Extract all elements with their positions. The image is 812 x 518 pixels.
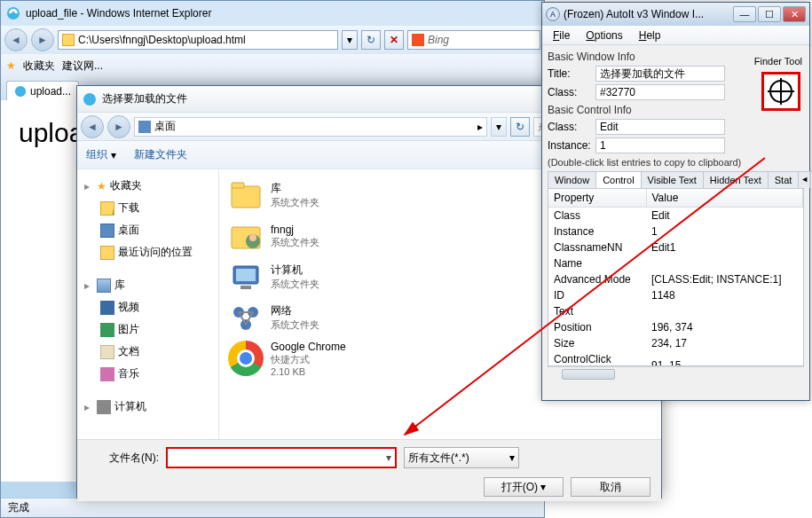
h-scrollbar[interactable] (548, 366, 804, 381)
instance-label: Instance: (548, 139, 595, 152)
file-name: Google Chrome (271, 341, 346, 353)
autoit-window: A (Frozen) AutoIt v3 Window I... — ☐ ✕ F… (541, 2, 810, 401)
tree-music[interactable]: 音乐 (79, 363, 217, 385)
svg-point-2 (83, 93, 96, 106)
autoit-icon: A (546, 7, 560, 21)
svg-point-7 (249, 234, 256, 241)
autoit-body: Basic Window Info Title:选择要加载的文件 Class:#… (542, 45, 809, 386)
title-value[interactable]: 选择要加载的文件 (595, 66, 725, 82)
crosshair-icon (769, 80, 792, 103)
file-sub: 快捷方式 (271, 353, 346, 366)
menu-file[interactable]: File (546, 27, 577, 43)
header-property[interactable]: Property (548, 189, 646, 208)
filename-label: 文件名(N): (88, 451, 159, 466)
class-value[interactable]: #32770 (595, 84, 725, 100)
group-basic-control: Basic Control Info (548, 104, 725, 116)
prop-row[interactable]: ID1148 (548, 287, 803, 303)
ie-navbar: ◄ ► C:\Users\fnngj\Desktop\upload.html ▾… (1, 26, 544, 54)
close-button[interactable]: ✕ (783, 6, 806, 22)
cancel-button[interactable]: 取消 (571, 477, 650, 497)
file-sub: 系统文件夹 (271, 236, 319, 249)
organize-menu[interactable]: 组织 (86, 147, 107, 162)
file-filter[interactable]: 所有文件(*.*)▾ (404, 447, 519, 468)
search-placeholder: Bing (428, 34, 449, 46)
computer-icon (228, 259, 264, 294)
tab-scroll-left[interactable]: ◄ (798, 171, 810, 188)
loc-dropdown[interactable]: ▾ (491, 117, 507, 137)
dialog-title: 选择要加载的文件 (102, 91, 187, 106)
property-list: PropertyValue ClassEdit Instance1 Classn… (548, 189, 804, 366)
tab-control[interactable]: Control (595, 171, 641, 188)
prop-row[interactable]: Position196, 374 (548, 319, 803, 335)
folder-icon (62, 34, 75, 46)
fav-link[interactable]: 建议网... (62, 59, 103, 74)
ie-titlebar: upload_file - Windows Internet Explorer (1, 1, 544, 26)
favorites-label[interactable]: 收藏夹 (23, 59, 55, 74)
tree-recent[interactable]: 最近访问的位置 (79, 241, 217, 263)
menu-bar: File Options Help (542, 26, 809, 45)
location-bar[interactable]: 桌面 ▸ (134, 117, 487, 137)
file-sub: 系统文件夹 (271, 318, 319, 332)
svg-rect-9 (236, 269, 256, 281)
filename-input[interactable]: ▾ (166, 447, 397, 468)
ie-icon (6, 6, 20, 20)
tree-favorites[interactable]: ▸★收藏夹 (79, 175, 217, 197)
tree-documents[interactable]: 文档 (79, 341, 217, 363)
tree-computer[interactable]: ▸计算机 (79, 396, 217, 418)
prop-row[interactable]: Name (548, 255, 803, 271)
clipboard-hint: (Double-click list entries to copy to cl… (548, 157, 804, 168)
prop-row[interactable]: Instance1 (548, 224, 803, 239)
new-folder-button[interactable]: 新建文件夹 (134, 147, 187, 162)
svg-rect-3 (232, 186, 260, 208)
tab-strip: Window Control Visible Text Hidden Text … (548, 171, 804, 189)
tree-desktop[interactable]: 桌面 (79, 219, 217, 241)
ctrl-class-label: Class: (548, 121, 595, 133)
refresh-button[interactable]: ↻ (361, 30, 381, 50)
finder-tool[interactable] (761, 72, 800, 111)
tab-window[interactable]: Window (548, 171, 596, 188)
ctrl-class-value[interactable]: Edit (595, 119, 725, 135)
dlg-forward-button[interactable]: ► (107, 115, 130, 138)
open-button[interactable]: 打开(O) ▾ (484, 477, 564, 497)
tree-pictures[interactable]: 图片 (79, 318, 217, 341)
prop-row[interactable]: Advanced Mode[CLASS:Edit; INSTANCE:1] (548, 271, 803, 287)
desktop-icon (138, 121, 151, 133)
prop-row[interactable]: ClassnameNNEdit1 (548, 239, 803, 255)
file-name: 计算机 (271, 263, 319, 278)
forward-button[interactable]: ► (31, 28, 54, 51)
file-name: fnngj (271, 224, 319, 236)
prop-row[interactable]: ClassEdit (548, 208, 803, 224)
tree-videos[interactable]: 视频 (79, 296, 217, 318)
prop-row[interactable]: Size234, 17 (548, 335, 803, 351)
star-icon: ★ (6, 59, 16, 72)
file-name: 网络 (271, 303, 319, 318)
tab-visible-text[interactable]: Visible Text (641, 171, 704, 188)
dlg-refresh-button[interactable]: ↻ (510, 117, 530, 137)
instance-value[interactable]: 1 (595, 137, 725, 153)
tree-downloads[interactable]: 下载 (79, 197, 217, 219)
menu-help[interactable]: Help (632, 27, 668, 43)
tree-libraries[interactable]: ▸库 (79, 274, 217, 296)
chrome-icon (228, 341, 264, 376)
back-button[interactable]: ◄ (4, 28, 28, 51)
tab-hidden-text[interactable]: Hidden Text (703, 171, 769, 188)
address-bar[interactable]: C:\Users\fnngj\Desktop\upload.html (58, 30, 338, 50)
prop-row[interactable]: ControlClick Coords91, 15 (548, 351, 803, 366)
address-dropdown[interactable]: ▾ (342, 30, 358, 50)
svg-rect-4 (232, 183, 244, 188)
address-text: C:\Users\fnngj\Desktop\upload.html (78, 34, 246, 46)
menu-options[interactable]: Options (579, 27, 629, 43)
maximize-button[interactable]: ☐ (758, 6, 781, 22)
nav-tree: ▸★收藏夹 下载 桌面 最近访问的位置 ▸库 视频 图片 文档 音乐 ▸计算机 (77, 169, 219, 439)
file-name: 库 (271, 181, 319, 196)
dlg-back-button[interactable]: ◄ (81, 115, 104, 138)
stop-button[interactable]: ✕ (384, 30, 404, 50)
tab-status[interactable]: Stat (768, 171, 800, 188)
browser-tab[interactable]: upload... (6, 81, 79, 100)
search-box[interactable]: Bing (407, 30, 540, 50)
prop-row[interactable]: Text (548, 303, 803, 319)
favorites-bar: ★ 收藏夹 建议网... (1, 54, 544, 77)
header-value[interactable]: Value (646, 189, 803, 208)
minimize-button[interactable]: — (733, 6, 756, 22)
finder-tool-label: Finder Tool (754, 56, 802, 67)
